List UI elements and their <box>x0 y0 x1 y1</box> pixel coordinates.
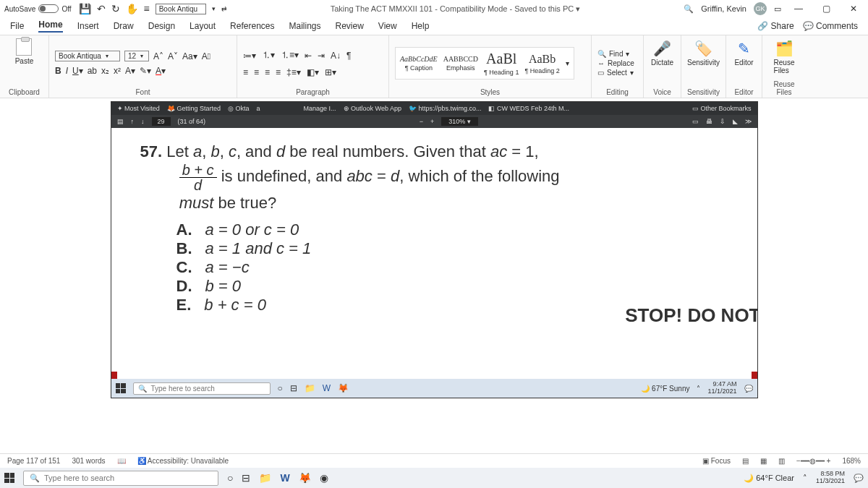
autosave-toggle[interactable]: AutoSave Off <box>4 4 72 13</box>
sidebar-toggle-icon[interactable]: ▤ <box>117 118 124 125</box>
inner-explorer-icon[interactable]: 📁 <box>305 383 315 393</box>
italic-button[interactable]: I <box>66 66 68 76</box>
text-effects-icon[interactable]: A▾ <box>125 66 135 76</box>
minimize-button[interactable]: — <box>788 4 809 14</box>
tab-home[interactable]: Home <box>38 20 62 33</box>
align-right-icon[interactable]: ≡ <box>265 67 270 77</box>
title-font-dropdown[interactable]: Book Antiqu <box>156 4 206 14</box>
dictate-button[interactable]: 🎤Dictate <box>650 38 675 68</box>
clear-format-icon[interactable]: A⃠ <box>202 51 210 61</box>
presentation-icon[interactable]: ▭ <box>692 118 699 125</box>
page-up-icon[interactable]: ↑ <box>131 118 135 125</box>
strikethrough-button[interactable]: ab <box>88 66 97 76</box>
dropdown-caret-icon[interactable]: ▾ <box>212 5 216 12</box>
download-icon[interactable]: ⇩ <box>720 118 726 125</box>
ribbon-display-icon[interactable]: ▭ <box>774 4 781 14</box>
print-layout-icon[interactable]: ▦ <box>760 457 767 465</box>
print-icon[interactable]: 🖶 <box>706 118 712 125</box>
align-center-icon[interactable]: ≡ <box>254 67 259 77</box>
zoom-in-icon[interactable]: + <box>430 118 434 125</box>
tab-insert[interactable]: Insert <box>77 21 99 31</box>
inner-firefox-icon[interactable]: 🦊 <box>338 383 349 393</box>
decrease-indent-icon[interactable]: ⇤ <box>305 51 312 61</box>
increase-indent-icon[interactable]: ⇥ <box>318 51 325 61</box>
inner-clock[interactable]: 9:47 AM11/1/2021 <box>707 381 736 395</box>
chrome-icon[interactable]: ◉ <box>320 472 328 484</box>
zoom-level[interactable]: 168% <box>842 457 861 465</box>
line-spacing-icon[interactable]: ‡≡▾ <box>286 67 301 77</box>
outer-weather[interactable]: 🌙 64°F Clear <box>744 474 794 483</box>
bm-twimg[interactable]: 🐦 https://pbs.twimg.co... <box>409 105 482 112</box>
inner-notifications-icon[interactable]: 💬 <box>744 385 753 393</box>
inner-tray-caret-icon[interactable]: ˄ <box>697 385 700 393</box>
bm-getting-started[interactable]: 🦊 Getting Started <box>167 105 221 112</box>
shrink-font-icon[interactable]: A˅ <box>168 51 178 61</box>
user-avatar[interactable]: GK <box>754 2 767 15</box>
tab-draw[interactable]: Draw <box>114 21 134 31</box>
bullets-icon[interactable]: ≔▾ <box>243 51 256 61</box>
save-icon[interactable]: 💾 <box>79 3 91 14</box>
start-button[interactable] <box>4 473 14 483</box>
grow-font-icon[interactable]: A˄ <box>153 51 163 61</box>
tab-mailings[interactable]: Mailings <box>289 21 320 31</box>
menu-icon[interactable]: ≡ <box>144 3 150 14</box>
zoom-dropdown[interactable]: 310% ▾ <box>441 117 478 126</box>
highlight-icon[interactable]: ✎▾ <box>140 66 151 76</box>
tab-view[interactable]: View <box>378 21 397 31</box>
bm-most-visited[interactable]: ✦ Most Visited <box>117 105 160 112</box>
zoom-slider[interactable]: −━━◍━━ + <box>796 457 830 465</box>
page-indicator[interactable]: Page 117 of 151 <box>7 457 60 465</box>
page-number-input[interactable]: 29 <box>152 117 171 126</box>
inner-search-box[interactable]: 🔍 Type here to search <box>133 382 271 395</box>
page-down-icon[interactable]: ↓ <box>141 118 145 125</box>
share-button[interactable]: 🔗 Share <box>757 21 793 31</box>
notifications-icon[interactable]: 💬 <box>854 474 864 483</box>
tab-references[interactable]: References <box>230 21 274 31</box>
font-size-dropdown[interactable]: 12▾ <box>124 51 149 61</box>
bm-owa[interactable]: ⊕ Outlook Web App <box>344 105 401 112</box>
numbering-icon[interactable]: ⒈▾ <box>262 49 275 61</box>
styles-gallery[interactable]: AaBbCcDdE¶ Caption AABBCCDEmphasis AaBl¶… <box>395 47 574 80</box>
style-emphasis[interactable]: AABBCCDEmphasis <box>443 55 478 72</box>
justify-icon[interactable]: ≡ <box>276 67 281 77</box>
close-button[interactable]: ✕ <box>843 4 864 14</box>
tab-layout[interactable]: Layout <box>190 21 216 31</box>
bm-other[interactable]: ▭ Other Bookmarks <box>692 105 752 112</box>
subscript-button[interactable]: x₂ <box>101 66 109 76</box>
undo-icon[interactable]: ↶ <box>97 3 106 14</box>
explorer-icon[interactable]: 📁 <box>259 472 271 484</box>
inner-cortana-icon[interactable]: ○ <box>278 383 283 393</box>
outer-clock[interactable]: 8:58 PM11/3/2021 <box>816 471 845 485</box>
accessibility-status[interactable]: ♿ Accessibility: Unavailable <box>137 457 229 465</box>
tray-caret-icon[interactable]: ˄ <box>803 474 807 483</box>
styles-more-icon[interactable]: ▾ <box>566 59 569 67</box>
bm-okta[interactable]: ◎ Okta <box>228 105 250 112</box>
word-icon[interactable]: W <box>280 472 289 484</box>
bold-button[interactable]: B <box>55 66 61 76</box>
change-case-icon[interactable]: Aa▾ <box>182 51 197 61</box>
shading-icon[interactable]: ◧▾ <box>307 67 319 77</box>
focus-mode[interactable]: ▣ Focus <box>702 457 731 465</box>
web-layout-icon[interactable]: ▥ <box>778 457 785 465</box>
tab-review[interactable]: Review <box>336 21 364 31</box>
tab-design[interactable]: Design <box>148 21 175 31</box>
multilevel-icon[interactable]: ⒈≡▾ <box>281 49 299 61</box>
bm-manage[interactable]: Manage I... <box>303 105 336 112</box>
find-button[interactable]: 🔍 Find ▾ <box>597 50 634 58</box>
style-caption[interactable]: AaBbCcDdE¶ Caption <box>400 55 438 72</box>
inner-word-icon[interactable]: W <box>323 383 331 393</box>
font-name-dropdown[interactable]: Book Antiqua▾ <box>55 51 120 61</box>
redo-icon[interactable]: ↻ <box>111 3 120 14</box>
sensitivity-button[interactable]: 🏷️Sensitivity <box>687 38 720 68</box>
paste-button[interactable]: Paste <box>15 38 34 65</box>
select-button[interactable]: ▭ Select ▾ <box>597 69 634 77</box>
tab-help[interactable]: Help <box>412 21 430 31</box>
bookmark-icon[interactable]: ◣ <box>733 118 738 125</box>
superscript-button[interactable]: x² <box>114 66 121 76</box>
user-name[interactable]: Griffin, Kevin <box>701 4 746 13</box>
search-icon[interactable]: 🔍 <box>684 4 694 14</box>
editor-button[interactable]: ✎Editor <box>732 38 756 68</box>
word-count[interactable]: 301 words <box>72 457 105 465</box>
style-heading2[interactable]: AaBb¶ Heading 2 <box>524 53 559 74</box>
inner-start-icon[interactable] <box>116 383 126 393</box>
